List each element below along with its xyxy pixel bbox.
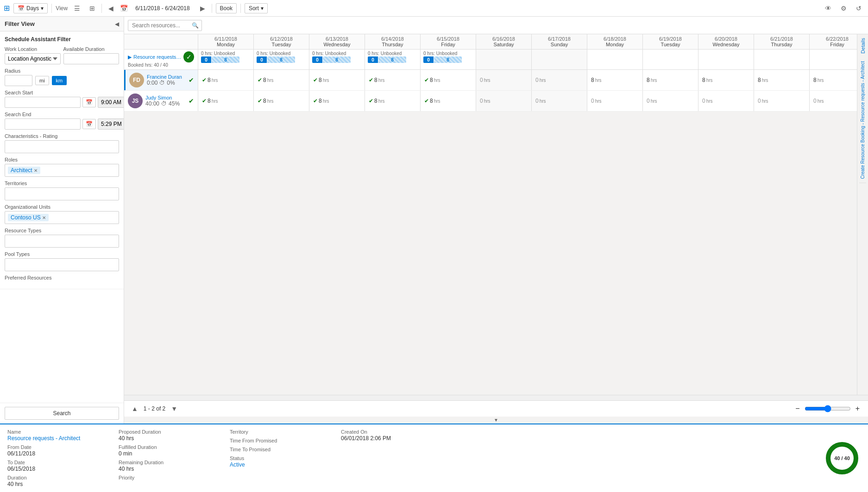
prev-btn[interactable]: ◀ xyxy=(106,3,116,13)
calendar-icon2: 📅 xyxy=(120,5,128,12)
created-on-row: Created On 06/01/2018 2:06 PM xyxy=(341,429,434,442)
separator1 xyxy=(51,4,52,13)
time-to-promised-row: Time To Promised xyxy=(230,447,322,453)
resource-types-field: Resource Types xyxy=(5,228,119,248)
proposed-duration-row: Proposed Duration 40 hrs xyxy=(119,429,211,442)
search-end-label: Search End xyxy=(5,112,119,117)
req-expand-icon[interactable]: ▶ xyxy=(128,54,132,60)
resource-search-bar: 🔍 xyxy=(124,17,868,34)
prev-page-btn[interactable]: ▲ xyxy=(130,404,140,413)
req-row: ▶ Resource requests - ... ✓ Booked hrs: … xyxy=(124,50,857,70)
resource-name-wrap-1: Judy Simon 40:00 ⏱ 45% xyxy=(145,95,186,107)
territory-row: Territory xyxy=(230,429,322,435)
radius-row: 20 mi km xyxy=(5,75,119,86)
create-booking-tab[interactable]: Create Resource Booking - Resource reque… xyxy=(859,57,866,183)
search-start-date[interactable]: 6/11/2018 xyxy=(5,97,81,108)
roles-input[interactable]: Architect ✕ xyxy=(5,164,119,177)
filter-panel-header: Filter View ◀ xyxy=(0,17,124,31)
resource-info-1[interactable]: JS Judy Simon 40:00 ⏱ 45% ✔ xyxy=(124,91,198,111)
remaining-duration-row: Remaining Duration 40 hrs xyxy=(119,460,211,472)
horizontal-scrollbar[interactable] xyxy=(124,395,868,400)
grid-view-btn[interactable]: ⊞ xyxy=(87,3,98,13)
date-col-6: 6/17/2018 Sunday xyxy=(532,34,587,50)
next-btn[interactable]: ▶ xyxy=(197,3,208,13)
req-name-link[interactable]: Resource requests - ... xyxy=(133,54,182,60)
resource-col-header xyxy=(124,34,198,50)
date-col-11: 6/22/2018 Friday xyxy=(810,34,857,50)
avatar-1: JS xyxy=(128,93,143,108)
separator4 xyxy=(240,4,241,13)
zoom-in-btn[interactable]: + xyxy=(853,404,862,414)
date-col-4: 6/15/2018 Friday xyxy=(421,34,476,50)
status-value[interactable]: Active xyxy=(230,461,322,468)
work-location-select[interactable]: Location Agnostic xyxy=(5,53,61,64)
chevron-down-icon: ▾ xyxy=(41,5,44,12)
search-start-time[interactable]: 9:00 AM xyxy=(98,97,124,108)
zoom-out-btn[interactable]: − xyxy=(793,404,802,414)
search-end-date[interactable]: 6/15/2018 xyxy=(5,118,81,130)
search-button[interactable]: Search xyxy=(5,407,119,420)
time-from-promised-row: Time From Promised xyxy=(230,438,322,444)
territories-input[interactable] xyxy=(5,187,119,200)
resource-search-input[interactable] xyxy=(128,20,202,31)
res0-cell-3: ✔ 8 hrs xyxy=(365,70,421,90)
to-date-label: To Date xyxy=(7,460,100,465)
from-date-row: From Date 06/11/2018 xyxy=(7,444,100,457)
list-view-btn[interactable]: ☰ xyxy=(71,3,83,13)
sort-btn[interactable]: Sort ▾ xyxy=(245,3,268,13)
expand-handle[interactable]: ▼ xyxy=(124,417,868,423)
details-tab[interactable]: Details xyxy=(859,34,867,57)
res0-cell-6: 0 hrs xyxy=(532,70,587,90)
duration-label: Duration xyxy=(7,475,100,480)
days-dropdown[interactable]: 📅 Days ▾ xyxy=(13,3,48,13)
clock-icon: ⏱ xyxy=(159,80,165,86)
date-range: 6/11/2018 - 6/24/2018 xyxy=(132,5,193,12)
eye-btn[interactable]: 👁 xyxy=(822,3,834,13)
search-btn-row: Search xyxy=(0,403,124,423)
collapse-btn[interactable]: ◀ xyxy=(115,21,119,27)
available-duration-input[interactable]: 40 hours xyxy=(63,53,120,64)
book-btn[interactable]: Book xyxy=(216,3,237,13)
characteristics-input[interactable] xyxy=(5,140,119,153)
resource-name-0[interactable]: Francine Duran xyxy=(147,74,186,80)
mi-btn[interactable]: mi xyxy=(35,76,49,85)
status-label: Status xyxy=(230,455,322,461)
org-units-input[interactable]: Contoso US ✕ xyxy=(5,211,119,224)
roles-tag-remove[interactable]: ✕ xyxy=(34,168,38,173)
resource-name-1[interactable]: Judy Simon xyxy=(145,95,186,100)
calendar-icon: 📅 xyxy=(18,5,25,12)
res1-cell-7: 0 hrs xyxy=(587,91,643,111)
search-start-calendar-btn[interactable]: 📅 xyxy=(82,97,96,107)
work-location-label: Work Location xyxy=(5,46,61,52)
km-btn[interactable]: km xyxy=(52,76,67,85)
org-units-tag-remove[interactable]: ✕ xyxy=(42,215,46,220)
resource-meta-0: 0:00 ⏱ 0% xyxy=(147,80,186,86)
work-location-row: Work Location Location Agnostic Availabl… xyxy=(5,46,119,68)
calendar-grid-wrap[interactable]: 6/11/2018 Monday 6/12/2018 Tuesday 6/13/… xyxy=(124,34,857,395)
search-end-calendar-btn[interactable]: 📅 xyxy=(82,119,96,129)
pagination-row: ▲ 1 - 2 of 2 ▼ − + xyxy=(124,400,868,417)
from-date-label: From Date xyxy=(7,444,100,450)
resource-info-0[interactable]: FD Francine Duran 0:00 ⏱ 0% ✔ xyxy=(124,70,198,90)
next-page-btn[interactable]: ▼ xyxy=(169,404,179,413)
resource-types-input[interactable] xyxy=(5,235,119,248)
date-col-3: 6/14/2018 Thursday xyxy=(365,34,421,50)
refresh-btn[interactable]: ↺ xyxy=(853,3,864,13)
pool-types-input[interactable] xyxy=(5,258,119,271)
zoom-slider[interactable] xyxy=(805,405,851,412)
info-col-3: Territory Time From Promised Time To Pro… xyxy=(230,429,322,487)
pool-types-label: Pool Types xyxy=(5,251,119,257)
req-cell-6 xyxy=(532,50,587,69)
search-end-time[interactable]: 5:29 PM xyxy=(98,118,124,130)
territories-label: Territories xyxy=(5,181,119,186)
to-date-row: To Date 06/15/2018 xyxy=(7,460,100,472)
org-units-tag: Contoso US ✕ xyxy=(8,214,49,221)
name-value[interactable]: Resource requests - Architect xyxy=(7,435,100,442)
radius-input[interactable]: 20 xyxy=(5,75,32,86)
gear-btn[interactable]: ⚙ xyxy=(838,3,849,13)
preferred-resources-field: Preferred Resources xyxy=(5,275,119,280)
res1-cell-1: ✔ 8 hrs xyxy=(254,91,309,111)
name-row: Name Resource requests - Architect xyxy=(7,429,100,442)
available-duration-field: Available Duration 40 hours xyxy=(63,46,120,64)
res0-cell-10: 8 hrs xyxy=(754,70,810,90)
